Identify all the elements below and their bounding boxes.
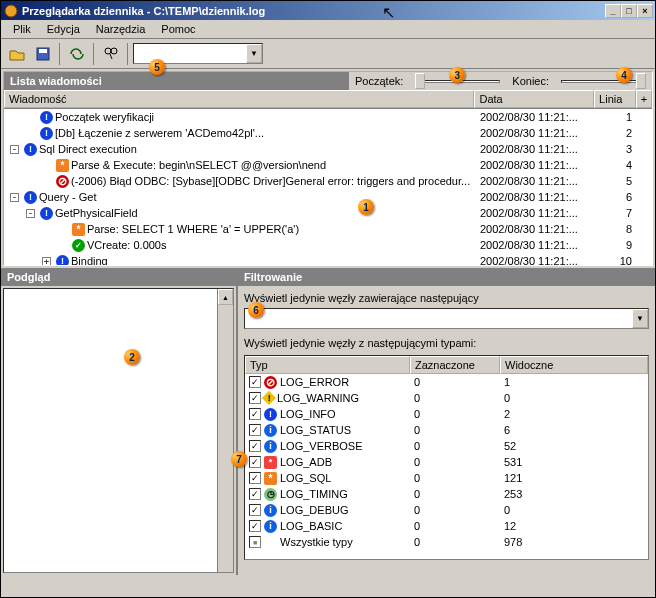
checkbox[interactable] (249, 536, 261, 548)
col-message[interactable]: Wiadomość (4, 90, 474, 108)
end-slider[interactable]: 4 (555, 73, 652, 89)
filter-title: Filtrowanie (238, 268, 655, 286)
maximize-button[interactable]: □ (621, 4, 637, 18)
row-date: 2002/08/30 11:21:... (476, 207, 596, 219)
preview-body: ▲ 2 (3, 288, 234, 573)
checkbox[interactable] (249, 376, 261, 388)
table-row[interactable]: - Query - Get2002/08/30 11:21:...6 (4, 189, 652, 205)
clock-icon (264, 488, 277, 501)
marker-1: 1 (358, 199, 374, 215)
table-row[interactable]: Parse & Execute: begin\nSELECT @@version… (4, 157, 652, 173)
table-row[interactable]: - Sql Direct execution2002/08/30 11:21:.… (4, 141, 652, 157)
svg-rect-2 (39, 49, 47, 53)
type-row[interactable]: LOG_STATUS06 (245, 422, 648, 438)
svg-point-4 (111, 48, 117, 54)
table-row[interactable]: - GetPhysicalField2002/08/30 11:21:...7 (4, 205, 652, 221)
checkbox[interactable] (249, 408, 261, 420)
checkbox[interactable] (249, 488, 261, 500)
type-name: LOG_SQL (280, 472, 331, 484)
table-row[interactable]: Początek weryfikacji2002/08/30 11:21:...… (4, 109, 652, 125)
row-date: 2002/08/30 11:21:... (476, 191, 596, 203)
type-name: Wszystkie typy (280, 536, 353, 548)
preview-panel: Podgląd ▲ 2 (1, 268, 236, 575)
type-row[interactable]: LOG_ADB0531 (245, 454, 648, 470)
type-marked: 0 (410, 488, 500, 500)
table-row[interactable]: [Db] Łączenie z serwerem 'ACDemo42pl'...… (4, 125, 652, 141)
refresh-button[interactable] (65, 43, 88, 65)
type-visible: 1 (500, 376, 648, 388)
titlebar: Przeglądarka dziennika - C:\TEMP\dzienni… (1, 1, 655, 20)
sql-icon (264, 472, 277, 485)
row-text: Query - Get (39, 191, 96, 203)
checkbox[interactable] (249, 472, 261, 484)
type-visible: 0 (500, 392, 648, 404)
find-button[interactable] (99, 43, 122, 65)
type-row[interactable]: LOG_INFO02 (245, 406, 648, 422)
table-row[interactable]: (-2006) Błąd ODBC: [Sybase][ODBC Driver]… (4, 173, 652, 189)
col-marked[interactable]: Zaznaczone (410, 356, 500, 374)
row-line: 5 (596, 175, 638, 187)
type-visible: 12 (500, 520, 648, 532)
filter-panel: Filtrowanie Wyświetl jedynie węzły zawie… (236, 268, 655, 575)
blue-icon (24, 143, 37, 156)
type-row[interactable]: LOG_ERROR01 (245, 374, 648, 390)
type-row[interactable]: LOG_DEBUG00 (245, 502, 648, 518)
tree-toggle[interactable]: + (42, 257, 51, 266)
row-line: 8 (596, 223, 638, 235)
type-row[interactable]: LOG_BASIC012 (245, 518, 648, 534)
tree-toggle[interactable]: - (10, 145, 19, 154)
type-row[interactable]: Wszystkie typy0978 (245, 534, 648, 550)
dropdown-icon[interactable]: ▼ (246, 44, 262, 63)
menu-tools[interactable]: Narzędzia (88, 21, 154, 37)
adb-icon (264, 456, 277, 469)
type-row[interactable]: LOG_WARNING00 (245, 390, 648, 406)
row-date: 2002/08/30 11:21:... (476, 223, 596, 235)
table-row[interactable]: Parse: SELECT 1 WHERE 'a' = UPPER('a')20… (4, 221, 652, 237)
open-button[interactable] (5, 43, 28, 65)
col-line[interactable]: Linia (594, 90, 636, 108)
menu-edit[interactable]: Edycja (39, 21, 88, 37)
preview-title: Podgląd (1, 268, 236, 286)
marker-6: 6 (248, 302, 264, 318)
type-visible: 6 (500, 424, 648, 436)
type-row[interactable]: LOG_TIMING0253 (245, 486, 648, 502)
row-text: Sql Direct execution (39, 143, 137, 155)
checkbox[interactable] (249, 504, 261, 516)
scroll-up-icon[interactable]: ▲ (218, 289, 233, 305)
type-marked: 0 (410, 520, 500, 532)
start-slider[interactable]: 3 (409, 73, 506, 89)
row-line: 9 (596, 239, 638, 251)
row-line: 2 (596, 127, 638, 139)
info-icon (264, 504, 277, 517)
checkbox[interactable] (249, 392, 261, 404)
col-visible[interactable]: Widoczne (500, 356, 648, 374)
svg-point-3 (105, 48, 111, 54)
table-row[interactable]: VCreate: 0.000s2002/08/30 11:21:...9 (4, 237, 652, 253)
type-visible: 253 (500, 488, 648, 500)
tree-toggle[interactable]: - (10, 193, 19, 202)
table-row[interactable]: + Binding2002/08/30 11:21:...10 (4, 253, 652, 265)
checkbox[interactable] (249, 440, 261, 452)
col-type[interactable]: Typ (245, 356, 410, 374)
type-row[interactable]: LOG_VERBOSE052 (245, 438, 648, 454)
type-name: LOG_STATUS (280, 424, 351, 436)
type-name: LOG_ERROR (280, 376, 349, 388)
tree-toggle[interactable]: - (26, 209, 35, 218)
col-date[interactable]: Data (474, 90, 594, 108)
menu-file[interactable]: Plik (5, 21, 39, 37)
close-button[interactable]: × (637, 4, 653, 18)
filter-text-combo[interactable]: ▼ (244, 308, 649, 329)
row-text: VCreate: 0.000s (87, 239, 167, 251)
save-button[interactable] (31, 43, 54, 65)
checkbox[interactable] (249, 520, 261, 532)
type-marked: 0 (410, 408, 500, 420)
preview-scrollbar[interactable]: ▲ (217, 289, 233, 572)
dropdown-icon[interactable]: ▼ (632, 309, 648, 328)
checkbox[interactable] (249, 424, 261, 436)
menu-help[interactable]: Pomoc (153, 21, 203, 37)
checkbox[interactable] (249, 456, 261, 468)
col-add[interactable]: + (636, 90, 652, 108)
row-text: Parse & Execute: begin\nSELECT @@version… (71, 159, 326, 171)
minimize-button[interactable]: _ (605, 4, 621, 18)
type-row[interactable]: LOG_SQL0121 (245, 470, 648, 486)
